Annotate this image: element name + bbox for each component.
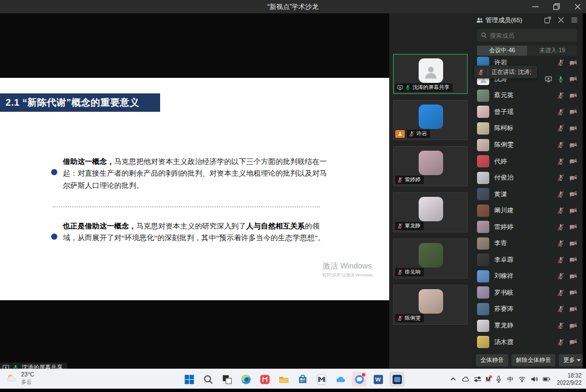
member-row[interactable]: 阚川建 (471, 202, 583, 219)
onedrive-tray-icon[interactable] (461, 375, 469, 383)
camera-icon[interactable] (569, 256, 577, 264)
edge-icon[interactable] (239, 372, 253, 386)
meeting-icon[interactable] (352, 372, 366, 386)
mic-icon[interactable] (557, 272, 564, 280)
mic-icon[interactable] (557, 108, 564, 116)
camera-icon[interactable] (569, 125, 577, 132)
mic-icon[interactable] (557, 92, 564, 99)
member-row[interactable]: 李青 (471, 235, 583, 252)
camera-icon[interactable] (569, 223, 577, 231)
member-name: 罗书岐 (494, 289, 557, 297)
onedrive-icon[interactable] (333, 372, 347, 386)
file-explorer-icon[interactable] (276, 372, 291, 386)
member-search-box[interactable] (477, 29, 577, 42)
search-icon[interactable] (201, 372, 215, 386)
mic-icon[interactable] (557, 322, 564, 329)
mixer-tray-icon[interactable] (474, 375, 481, 383)
mic-icon[interactable] (557, 289, 564, 296)
member-management-panel: 管理成员(65) 会议中·46 未进入·19 许岩 (471, 13, 583, 369)
member-row[interactable]: 陈柯标 (471, 120, 583, 137)
camera-icon[interactable] (569, 207, 577, 215)
mic-icon[interactable] (557, 141, 564, 148)
tile-badges: 沈涛的屏幕共享 (395, 83, 453, 92)
member-status-icons (557, 305, 577, 313)
mic-icon[interactable] (557, 339, 564, 346)
mic-icon[interactable] (557, 174, 564, 181)
camera-icon[interactable] (569, 92, 577, 100)
wifi-icon[interactable] (518, 375, 526, 383)
member-row[interactable]: 黄潇 (471, 186, 583, 202)
member-row[interactable]: 陈俐雯 (471, 137, 583, 153)
camera-icon[interactable] (569, 141, 577, 149)
start-icon[interactable] (182, 372, 196, 386)
camera-icon[interactable] (569, 75, 577, 83)
store-icon[interactable] (295, 372, 310, 386)
camera-icon[interactable] (569, 322, 577, 330)
camera-icon[interactable] (569, 240, 577, 247)
video-tile[interactable]: 雷婷婷 (393, 146, 468, 186)
restore-icon[interactable] (553, 3, 560, 11)
mic-icon[interactable] (557, 240, 564, 247)
member-row[interactable]: 曾子瑶 (471, 104, 583, 121)
video-tile[interactable]: 许岩 (393, 100, 468, 140)
close-icon[interactable] (574, 3, 582, 11)
member-row[interactable]: 代婷 (471, 153, 583, 170)
camera-icon[interactable] (569, 157, 577, 165)
mic-icon[interactable] (557, 207, 564, 214)
member-row[interactable]: 付俊治 (471, 170, 583, 186)
participant-name: 徐见响 (405, 269, 421, 276)
mic-tray-icon[interactable] (495, 375, 503, 383)
avatar (477, 254, 489, 266)
mic-icon[interactable] (557, 158, 564, 165)
member-row[interactable]: 刘稼祥 (471, 268, 583, 285)
camera-icon[interactable] (569, 338, 577, 346)
camera-icon[interactable] (569, 272, 577, 280)
mic-icon[interactable] (557, 59, 564, 66)
video-tile[interactable]: 覃龙静 (393, 192, 468, 232)
member-row[interactable]: 罗书岐 (471, 285, 583, 301)
video-tile[interactable]: 陈俐雯 (393, 285, 468, 325)
member-status-icons (557, 92, 577, 100)
appgallery-icon[interactable] (257, 372, 272, 386)
search-input[interactable] (490, 32, 573, 39)
battery-icon[interactable] (543, 375, 550, 383)
mic-icon[interactable] (557, 191, 564, 198)
member-row[interactable]: 覃龙静 (471, 317, 583, 334)
camera-icon[interactable] (569, 305, 577, 313)
mic-icon[interactable] (557, 305, 564, 312)
more-button[interactable]: 更多 (559, 354, 585, 366)
camera-icon[interactable] (569, 289, 577, 296)
camera-icon[interactable] (569, 174, 577, 182)
volume-icon[interactable] (530, 375, 538, 383)
member-row[interactable]: 蔡元英 (471, 87, 583, 104)
member-row[interactable]: 雷婷婷 (471, 219, 583, 235)
close-panel-icon[interactable] (557, 16, 565, 24)
screenshare-app-icon[interactable] (390, 372, 404, 386)
minimize-icon[interactable] (532, 3, 539, 11)
member-row[interactable]: 汤木霞 (471, 334, 583, 350)
mic-icon[interactable] (557, 125, 564, 132)
mic-icon[interactable] (557, 76, 564, 83)
member-row[interactable]: 李卓蓉 (471, 252, 583, 269)
tray-expand-icon[interactable] (449, 375, 457, 383)
camera-icon[interactable] (569, 59, 577, 67)
menu-icon[interactable] (570, 16, 578, 24)
mute-all-button[interactable]: 全体静音 (476, 354, 508, 366)
weather-widget[interactable]: 23°C 多云 (6, 371, 34, 385)
video-tile[interactable]: 徐见响 (393, 239, 468, 279)
mindmaster-tray-icon[interactable]: M (486, 376, 490, 383)
camera-icon[interactable] (569, 190, 577, 198)
unmute-all-button[interactable]: 解除全体静音 (511, 354, 555, 366)
task-view-icon[interactable] (220, 372, 234, 386)
video-tile[interactable]: 沈涛的屏幕共享 (393, 54, 468, 94)
camera-icon[interactable] (569, 108, 577, 116)
mic-icon[interactable] (557, 256, 564, 264)
ime-indicator[interactable]: 中 (507, 375, 514, 384)
member-row[interactable]: 苏赛涛 (471, 301, 583, 317)
popout-icon[interactable] (544, 16, 552, 24)
member-name: 陈柯标 (494, 124, 557, 132)
mindmaster-icon[interactable] (314, 372, 329, 386)
taskbar-clock[interactable]: 18:32 2022/9/22 (557, 372, 582, 386)
mic-icon[interactable] (557, 224, 564, 231)
word-icon[interactable] (371, 372, 385, 386)
